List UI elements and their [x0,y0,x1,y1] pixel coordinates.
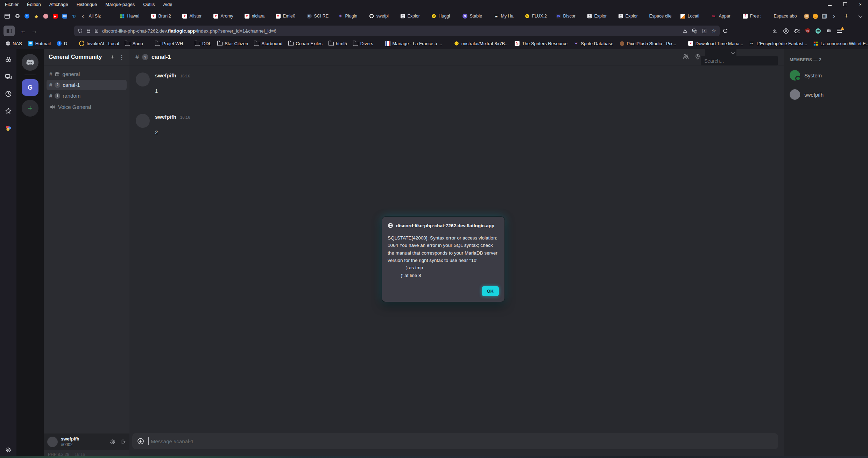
channel-item-canal-1[interactable]: #?canal-1 [47,80,127,90]
scroll-tabs-right-button[interactable]: › [830,11,838,21]
voice-channel-item[interactable]: Voice General [47,102,127,112]
discord-home-button[interactable] [22,54,38,71]
bookmark-item[interactable]: ✶Sprite Database [573,41,613,46]
shield-icon[interactable] [78,28,83,34]
scroll-tabs-left-button[interactable]: ‹ [79,11,86,21]
forward-button[interactable]: → [29,26,40,36]
message-input[interactable] [148,437,773,445]
bookmark-item[interactable]: DDL [195,41,211,46]
menu-fichier[interactable]: Fichier [5,2,19,7]
tab[interactable]: ☁My Ha [491,11,522,22]
sidebar-tool-containers-dots-icon[interactable] [5,125,12,132]
tab[interactable]: SStable [460,11,491,22]
lock-icon[interactable] [86,28,91,33]
close-button[interactable]: × [853,0,868,8]
reader-mode-icon[interactable] [94,28,99,33]
firefox-view-button[interactable] [2,11,12,21]
sidebar-tool-bookmarks-star-icon[interactable] [5,107,12,114]
bookmark-item[interactable]: EFL'Encyclopédie Fantast... [749,41,807,46]
circles-extension-icon[interactable] [826,28,832,34]
menu-affichage[interactable]: Affichage [49,2,68,7]
logout-icon[interactable] [120,439,126,445]
bookmark-item[interactable]: Suno [125,41,143,46]
tab[interactable]: ♥Aromy [211,11,242,22]
server-menu-kebab-icon[interactable]: ⋮ [119,54,125,61]
back-button[interactable]: ← [17,26,29,36]
minimize-button[interactable] [822,0,837,8]
bookmark-item[interactable]: Star Citizen [217,41,248,46]
channel-item-random[interactable]: #irandom [47,91,127,101]
translate-page-icon[interactable]: A [702,28,707,34]
sidebar-tool-screen-share-icon[interactable] [5,73,12,80]
pinned-tab[interactable]: Ɗ [71,14,77,19]
privacy-extension-icon[interactable] [816,28,821,34]
settings-gear-icon[interactable] [110,439,116,445]
sidebar-tool-ai-chat-icon[interactable] [5,56,12,63]
menu-outils[interactable]: Outils [143,2,155,7]
channel-dropdown[interactable] [705,49,736,56]
reload-button[interactable] [720,26,731,36]
tab[interactable]: Espace clie [647,11,678,22]
bookmark-item[interactable]: fD [57,41,67,46]
bookmark-item[interactable]: NAS [5,41,22,46]
pinned-tab[interactable]: ◆ [34,14,39,19]
bookmark-item[interactable]: Conan Exiles [288,41,323,46]
tab[interactable]: swefpi [366,11,397,22]
pinned-tab[interactable] [15,14,20,19]
tab[interactable]: Locati [678,11,709,22]
pinned-tab[interactable]: ▶ [52,14,58,19]
tab[interactable]: Huggi [429,11,460,22]
channel-item-general[interactable]: #general [47,69,127,79]
downloads-icon[interactable] [772,28,778,34]
menu-aide[interactable]: Aide [163,2,172,7]
pinned-tab[interactable]: DSM [62,14,67,19]
tab[interactable]: PSCI RE [304,11,335,22]
ublock-extension-icon[interactable]: uO [805,28,810,34]
save-page-icon[interactable] [682,28,687,34]
tab[interactable]: Explor [397,11,429,22]
server-icon-g[interactable]: G [22,79,38,96]
tab[interactable]: FLUX.2 [522,11,553,22]
bookmark-item[interactable]: Starbound [254,41,282,46]
tab[interactable]: Discor [553,11,584,22]
menu-marque-pages[interactable]: Marque-pages [105,2,135,7]
pinned-tab[interactable] [43,14,48,19]
list-all-tabs-button[interactable] [855,11,866,21]
bookmark-item[interactable]: La connexion Wifi et E... [813,41,868,46]
members-toggle-icon[interactable] [683,53,689,60]
add-server-button[interactable]: + [22,100,38,117]
bookmark-item[interactable]: PixelPlush Studio - Pix... [619,41,676,46]
tab[interactable]: ♥Alister [179,11,211,22]
url-text[interactable]: discord-like-php-chat-7262.dev.flatlogic… [102,28,679,34]
account-icon[interactable] [783,28,789,34]
tab[interactable]: ♥niciara [242,11,273,22]
bookmark-item[interactable]: html5 [329,41,347,46]
bookmark-item[interactable]: ♥Download Time Mana... [688,41,743,46]
pinned-tab[interactable]: ▦ [821,14,827,19]
menu--dition[interactable]: Édition [27,2,41,7]
tab[interactable]: ✶Plugin [335,11,366,22]
bookmark-item[interactable]: ✉Hotmail [28,41,51,46]
settings-gear-icon[interactable] [5,447,12,453]
member-item[interactable]: System [790,70,862,81]
bookmark-item[interactable]: SThe Spriters Resource [515,41,567,46]
ok-button[interactable]: OK [482,286,499,296]
bookmark-item[interactable]: Divers [353,41,373,46]
new-tab-button[interactable]: + [841,11,852,21]
menu-historique[interactable]: Historique [77,2,97,7]
tab[interactable]: ♥Emie0 [273,11,304,22]
tab[interactable]: SLAppar [709,11,740,22]
member-item[interactable]: swefpifh [790,89,862,100]
menu-hamburger-icon[interactable] [837,29,842,33]
tab[interactable]: Hawai [117,11,148,22]
pinned-messages-icon[interactable] [694,53,701,60]
url-bar[interactable]: discord-like-php-chat-7262.dev.flatlogic… [74,26,720,36]
attach-plus-circle-icon[interactable] [137,438,144,445]
pinned-tab[interactable]: f [24,14,29,19]
bookmark-item[interactable]: Mariage - La France à ... [385,41,442,46]
bookmark-item[interactable]: InvokeAI - Local [79,41,119,46]
search-input[interactable] [701,56,778,65]
pinned-tab[interactable] [804,14,809,19]
bookmark-item[interactable]: mistralai/Mixtral-8x7B... [454,41,509,46]
sidebar-tool-history-clock-icon[interactable] [5,90,12,97]
